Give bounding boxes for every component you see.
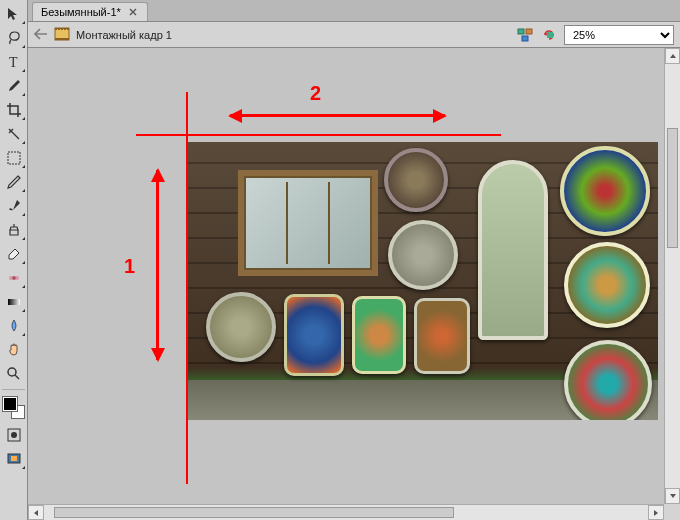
film-icon xyxy=(54,27,70,43)
svg-rect-15 xyxy=(66,29,67,30)
tool-brush[interactable] xyxy=(2,195,26,217)
scroll-left-button[interactable] xyxy=(28,505,44,520)
scroll-right-button[interactable] xyxy=(648,505,664,520)
canvas-image xyxy=(188,142,658,420)
tool-gradient[interactable] xyxy=(2,291,26,313)
tool-eraser[interactable] xyxy=(2,243,26,265)
tool-lasso[interactable] xyxy=(2,27,26,49)
canvas-viewport[interactable]: 1 2 xyxy=(28,48,664,504)
dimension-label-1: 1 xyxy=(124,255,135,278)
foreground-color-swatch[interactable] xyxy=(3,397,17,411)
tool-hand[interactable] xyxy=(2,339,26,361)
tool-blur[interactable] xyxy=(2,315,26,337)
tool-clone[interactable] xyxy=(2,219,26,241)
svg-text:T: T xyxy=(9,55,18,70)
guide-horizontal[interactable] xyxy=(136,134,501,136)
svg-rect-1 xyxy=(8,152,20,164)
svg-rect-12 xyxy=(57,29,58,30)
tool-quickmask[interactable] xyxy=(2,424,26,446)
tool-pencil[interactable] xyxy=(2,171,26,193)
guide-vertical[interactable] xyxy=(186,92,188,484)
document-tabbar: Безымянный-1* xyxy=(28,0,680,22)
horizontal-scrollbar[interactable] xyxy=(28,504,664,520)
document-controlbar: Монтажный кадр 1 25% xyxy=(28,22,680,48)
svg-rect-16 xyxy=(518,29,524,34)
arrange-icon[interactable] xyxy=(516,26,534,44)
svg-rect-11 xyxy=(55,38,69,40)
svg-point-4 xyxy=(8,368,16,376)
tool-screenmode[interactable] xyxy=(2,448,26,470)
close-icon[interactable] xyxy=(127,6,139,18)
svg-point-6 xyxy=(11,432,17,438)
scroll-corner xyxy=(664,504,680,520)
tool-type[interactable]: T xyxy=(2,51,26,73)
svg-rect-19 xyxy=(547,32,553,38)
zoom-select[interactable]: 25% xyxy=(564,25,674,45)
vertical-scrollbar[interactable] xyxy=(664,48,680,504)
document-tab[interactable]: Безымянный-1* xyxy=(32,2,148,21)
svg-rect-8 xyxy=(11,456,17,461)
scroll-down-button[interactable] xyxy=(665,488,680,504)
svg-rect-14 xyxy=(63,29,64,30)
tool-eyedropper[interactable] xyxy=(2,75,26,97)
tool-selection[interactable] xyxy=(2,147,26,169)
tool-crop[interactable] xyxy=(2,99,26,121)
svg-rect-17 xyxy=(526,29,532,34)
color-swatches[interactable] xyxy=(3,397,25,419)
nav-back-icon[interactable] xyxy=(34,28,48,42)
svg-rect-18 xyxy=(522,36,528,41)
rotate-icon[interactable] xyxy=(540,26,558,44)
canvas-area: 1 2 xyxy=(28,48,680,520)
tool-zoom[interactable] xyxy=(2,363,26,385)
tab-label: Безымянный-1* xyxy=(41,6,121,18)
tool-heal[interactable] xyxy=(2,267,26,289)
scroll-up-button[interactable] xyxy=(665,48,680,64)
vertical-scroll-thumb[interactable] xyxy=(667,128,678,248)
svg-rect-13 xyxy=(60,29,61,30)
tool-move[interactable] xyxy=(2,3,26,25)
horizontal-scroll-thumb[interactable] xyxy=(54,507,454,518)
frame-title: Монтажный кадр 1 xyxy=(76,29,172,41)
svg-rect-3 xyxy=(8,299,20,305)
toolbox: T xyxy=(0,0,28,520)
tool-wand[interactable] xyxy=(2,123,26,145)
dimension-label-2: 2 xyxy=(310,82,321,105)
